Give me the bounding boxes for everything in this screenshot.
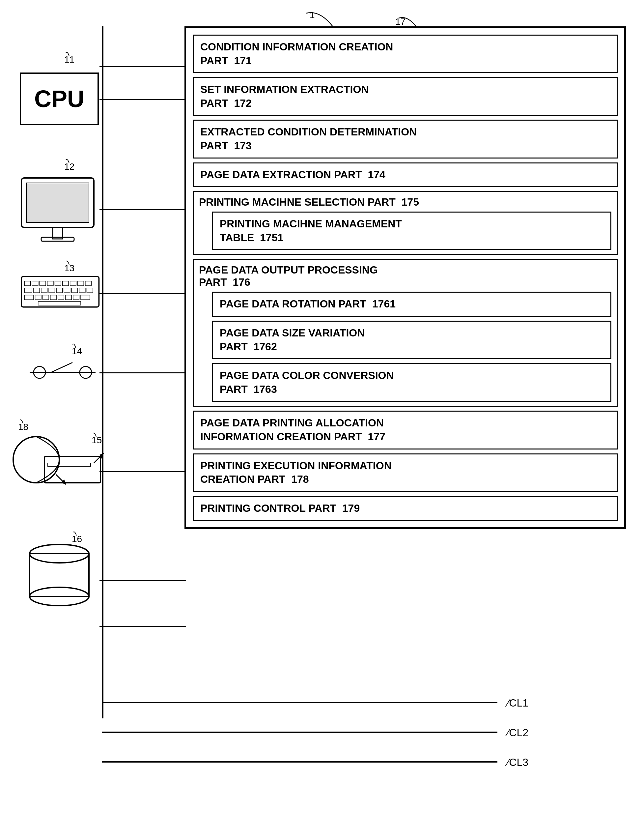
- svg-rect-16: [41, 288, 47, 293]
- module-179: PRINTING CONTROL PART 179: [193, 496, 618, 521]
- card-reader-icon: [43, 447, 105, 489]
- svg-rect-12: [78, 281, 84, 286]
- switch-icon: [26, 359, 99, 386]
- ref13-arrow: [49, 258, 76, 271]
- module-176-title: PAGE DATA OUTPUT PROCESSINGPART 176: [199, 264, 611, 288]
- module-connect-top: [100, 66, 186, 67]
- svg-rect-40: [48, 463, 90, 466]
- cardreader-hline: [100, 471, 186, 472]
- module-1762: PAGE DATA SIZE VARIATIONPART 1762: [212, 321, 611, 359]
- svg-rect-27: [58, 295, 64, 300]
- module-1761: PAGE DATA ROTATION PART 1761: [212, 292, 611, 317]
- svg-rect-13: [85, 281, 91, 286]
- ref11-arrow: [49, 49, 76, 62]
- svg-rect-26: [50, 295, 56, 300]
- module-173: EXTRACTED CONDITION DETERMINATIONPART 17…: [193, 120, 618, 158]
- cl1-arrow: ∕CL1: [507, 697, 528, 709]
- cl2-container: ∕CL2: [102, 732, 498, 733]
- module-172: SET INFORMATION EXTRACTIONPART 172: [193, 77, 618, 116]
- ref12-arrow: [49, 156, 76, 170]
- svg-rect-30: [81, 295, 90, 300]
- svg-rect-14: [25, 288, 32, 293]
- ref15-arrow: [76, 430, 103, 443]
- module-175-group: PRINTING MACIHNE SELECTION PART 175 PRIN…: [193, 191, 618, 255]
- svg-rect-11: [70, 281, 76, 286]
- svg-rect-19: [64, 288, 70, 293]
- ref18-arrow: [3, 417, 30, 430]
- cl3-arrow: ∕CL3: [507, 756, 528, 768]
- svg-rect-23: [25, 295, 34, 300]
- database-icon: [23, 541, 95, 610]
- module-177: PAGE DATA PRINTING ALLOCATIONINFORMATION…: [193, 411, 618, 449]
- module-connect-bottom: [100, 626, 186, 627]
- module-1751: PRINTING MACIHNE MANAGEMENTTABLE 1751: [212, 212, 611, 250]
- cpu-label: CPU: [34, 85, 84, 112]
- main-module: CONDITION INFORMATION CREATIONPART 171 S…: [184, 26, 626, 529]
- keyboard-hline: [100, 293, 186, 294]
- keyboard-icon: [18, 273, 104, 313]
- cl1-container: ∕CL1: [102, 702, 498, 703]
- cl2-arrow: ∕CL2: [507, 727, 528, 739]
- svg-rect-20: [71, 288, 77, 293]
- cpu-hline: [100, 99, 186, 100]
- svg-rect-39: [44, 456, 100, 483]
- svg-rect-8: [47, 281, 53, 286]
- svg-rect-17: [49, 288, 55, 293]
- svg-line-35: [51, 363, 72, 372]
- svg-rect-25: [43, 295, 49, 300]
- cl2-bar: [102, 732, 498, 733]
- svg-rect-1: [26, 183, 89, 222]
- svg-rect-5: [25, 281, 30, 286]
- svg-rect-10: [62, 281, 69, 286]
- module-174: PAGE DATA EXTRACTION PART 174: [193, 163, 618, 187]
- svg-rect-6: [32, 281, 38, 286]
- ref16-arrow: [57, 529, 83, 542]
- svg-rect-15: [34, 288, 39, 293]
- svg-rect-24: [35, 295, 41, 300]
- svg-rect-18: [56, 288, 62, 293]
- svg-rect-22: [87, 288, 92, 293]
- monitor-hline: [100, 209, 186, 210]
- module-171: CONDITION INFORMATION CREATIONPART 171: [193, 35, 618, 73]
- svg-rect-29: [73, 295, 79, 300]
- cl1-bar: [102, 702, 498, 703]
- module-178: PRINTING EXECUTION INFORMATIONCREATION P…: [193, 454, 618, 492]
- svg-rect-31: [38, 301, 81, 305]
- diagram: 1 17 11 CPU 12 13: [0, 0, 644, 840]
- switch-hline: [100, 372, 186, 373]
- svg-rect-21: [79, 288, 85, 293]
- cl3-container: ∕CL3: [102, 761, 498, 763]
- ref14-arrow: [56, 341, 82, 354]
- monitor-icon: [18, 175, 100, 247]
- svg-rect-7: [39, 281, 46, 286]
- module-1763: PAGE DATA COLOR CONVERSIONPART 1763: [212, 363, 611, 402]
- module-176-group: PAGE DATA OUTPUT PROCESSINGPART 176 PAGE…: [193, 259, 618, 407]
- svg-rect-28: [66, 295, 71, 300]
- module-175-title: PRINTING MACIHNE SELECTION PART 175: [199, 196, 611, 208]
- svg-rect-9: [55, 281, 61, 286]
- cl3-bar: [102, 761, 498, 763]
- db-hline: [100, 580, 186, 581]
- cpu-box: CPU: [20, 72, 99, 125]
